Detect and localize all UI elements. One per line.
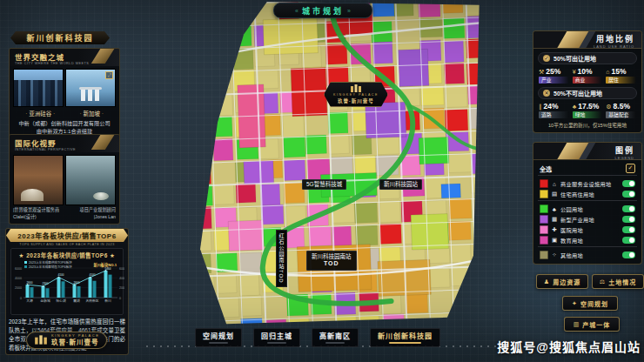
- legend-glyph-icon: ♣: [551, 206, 558, 212]
- legend-item-教育用地[interactable]: ▣ 教育用地: [540, 236, 635, 245]
- color-swatch: [540, 215, 548, 224]
- toggle-switch[interactable]: [622, 251, 635, 258]
- svg-text:怡心湖: 怡心湖: [56, 298, 66, 303]
- photo-industry-planning: [65, 155, 116, 205]
- tod-station-name: 新川科技园南站: [312, 253, 352, 260]
- legend-glyph-icon: ▤: [551, 191, 558, 198]
- button-label: 空间规划: [580, 299, 608, 308]
- park-title-banner: 新川创新科技园: [10, 31, 110, 44]
- legend-header: 图例 LEGEND: [533, 143, 641, 160]
- 道路-icon: ∥: [539, 104, 542, 111]
- card2-subtitle: INTERNATIONAL PERSPECTIVE: [15, 148, 114, 151]
- project-plaque-bottom: KINGKEY PALACE 玖誉·新川壹号: [26, 332, 107, 349]
- legend-label: 医院用地: [560, 226, 620, 234]
- toggle-switch[interactable]: [622, 226, 635, 233]
- svg-text:4000: 4000: [15, 277, 22, 280]
- photo-asia-silicon-valley: [13, 69, 64, 107]
- map-label-tod: 新川科技园南站 TOD: [306, 251, 357, 271]
- toggle-switch[interactable]: [622, 191, 635, 198]
- bottom-tab-高新南区[interactable]: 高新南区: [312, 328, 359, 347]
- tab-label: 新川创新科技园: [378, 331, 433, 340]
- select-all-checkbox[interactable]: ✓: [626, 164, 635, 173]
- tab-label: 回归主城: [261, 331, 292, 340]
- tag-asia-silicon-valley: · 亚洲硅谷 ·: [25, 109, 55, 117]
- legend-label: 住宅商住用地: [560, 191, 620, 198]
- towers-icon: [34, 335, 48, 345]
- select-all-label: 全选: [540, 164, 552, 173]
- map-tool-button-周边资源[interactable]: ♟周边资源: [536, 274, 588, 289]
- legend-glyph-icon: ⌂: [551, 181, 558, 187]
- check-icon: ✓: [543, 55, 550, 62]
- map-tool-button-土地情况[interactable]: ⚖土地情况: [592, 274, 644, 289]
- svg-text:2600: 2600: [26, 281, 32, 285]
- map-label-station: 新川科技园站: [379, 179, 422, 190]
- svg-text:4100: 4100: [57, 273, 64, 277]
- legend-glyph-icon: ✚: [551, 226, 558, 233]
- legend-label: 商业服务业设施用地: [560, 180, 620, 188]
- map-label-vertical-tod: 红石公园南站TOD: [276, 230, 287, 287]
- map-tool-button-空间规划[interactable]: ✦空间规划: [562, 296, 618, 311]
- card2-photos: [13, 155, 116, 205]
- bottom-tab-bar: 空间规划回归主城高新南区新川创新科技园: [195, 328, 440, 347]
- toggle-switch[interactable]: [622, 180, 635, 187]
- land-use-stat-商业: ¥ 10% 商业: [573, 67, 603, 84]
- svg-text:2000: 2000: [119, 286, 124, 290]
- legend-item-住宅商住用地[interactable]: ▤ 住宅商住用地: [540, 190, 635, 198]
- zoning-map[interactable]: [191, 2, 482, 327]
- legend-label: 教育用地: [560, 237, 620, 245]
- map-tool-button-产城一体[interactable]: ▥产城一体: [564, 317, 620, 332]
- project-name-cn: 玖誉·新川壹号: [338, 97, 374, 104]
- land-use-section-header-0: ✓50%可出让用地: [538, 52, 637, 64]
- cross-icon: ✕: [543, 90, 550, 97]
- tab-label: 空间规划: [203, 331, 234, 340]
- land-use-stat-居住: ⌂ 15% 居住: [606, 67, 636, 84]
- legend-label: 其他用地: [560, 251, 620, 259]
- button-icon: ♟: [544, 278, 550, 285]
- color-swatch: [540, 225, 548, 234]
- svg-text:2023上半年成都供应TOP6板块: 2023上半年成都供应TOP6板块: [29, 260, 72, 265]
- legend-item-新型产业用地[interactable]: ▦ 新型产业用地: [540, 215, 635, 224]
- legend-glyph-icon: ⁘: [551, 251, 558, 258]
- city-planning-pill[interactable]: « 城市规划 »: [273, 3, 372, 18]
- color-swatch: [540, 190, 548, 198]
- legend-subtitle: LEGEND: [615, 156, 634, 160]
- legend-item-其他用地[interactable]: ⁘ 其他用地: [540, 251, 635, 259]
- 商业-icon: ¥: [573, 69, 576, 75]
- legend-item-商业服务业设施用地[interactable]: ⌂ 商业服务业设施用地: [540, 179, 635, 188]
- svg-text:新川: 新川: [104, 298, 111, 303]
- pill-right-decoration-icon: »: [347, 8, 351, 14]
- legend-item-公园用地[interactable]: ♣ 公园用地: [540, 204, 635, 213]
- button-label: 周边资源: [553, 278, 580, 286]
- svg-text:5464: 5464: [104, 267, 111, 271]
- card1-body: 中新（成都）创新科技园开发有限公司 由中新双方1:1合资组建: [13, 119, 116, 136]
- bottom-tab-空间规划[interactable]: 空间规划: [195, 328, 242, 347]
- bottom-tab-新川创新科技园[interactable]: 新川创新科技园: [370, 328, 440, 347]
- svg-text:金融城: 金融城: [40, 298, 50, 303]
- land-use-stat-基础配套: ⚙ 8.5% 基础配套: [606, 102, 636, 118]
- legend-glyph-icon: ▦: [551, 216, 558, 223]
- land-use-header: 用地比例 LAND USE RATIO: [533, 31, 641, 49]
- bar-chart: 002000200040004000600060002600大源2300金融城4…: [13, 259, 124, 310]
- pill-left-decoration-icon: «: [295, 8, 299, 14]
- photo-landscape-design: [13, 155, 64, 205]
- land-use-subtitle: LAND USE RATIO: [594, 44, 634, 49]
- top6-chart: ★ 2023年各板块供应/销售TOP6 ★ 002000200040004000…: [10, 248, 124, 315]
- legend-glyph-icon: ▣: [551, 237, 558, 244]
- 居住-icon: ⌂: [606, 69, 609, 75]
- legend-item-医院用地[interactable]: ✚ 医院用地: [540, 225, 635, 234]
- toggle-switch[interactable]: [622, 216, 635, 223]
- toggle-switch[interactable]: [622, 237, 635, 244]
- tag-singapore: · 新加坡 ·: [79, 109, 103, 117]
- card-world-city: 世界交融之城 THE CITY WHERE THE WORLD MEETS ⤢ …: [9, 48, 120, 140]
- land-use-stat-产业: ⚒ 25% 产业: [539, 67, 569, 84]
- toggle-switch[interactable]: [622, 205, 635, 212]
- tod-tag: TOD: [312, 260, 352, 268]
- map-label-5g-smart-city: 5G智慧科技城: [302, 179, 346, 190]
- svg-text:天府新区: 天府新区: [85, 298, 98, 303]
- expand-icon[interactable]: ⤢: [105, 71, 113, 79]
- bottom-tab-回归主城[interactable]: 回归主城: [253, 328, 300, 347]
- button-icon: ⚖: [600, 278, 606, 285]
- project-plaque-map: KINGKEY PALACE 玖誉·新川壹号: [324, 82, 388, 107]
- land-use-section-header-1: ✕50%不可出让用地: [538, 87, 637, 99]
- chart-title: ★ 2023年各板块供应/销售TOP6 ★: [13, 251, 121, 259]
